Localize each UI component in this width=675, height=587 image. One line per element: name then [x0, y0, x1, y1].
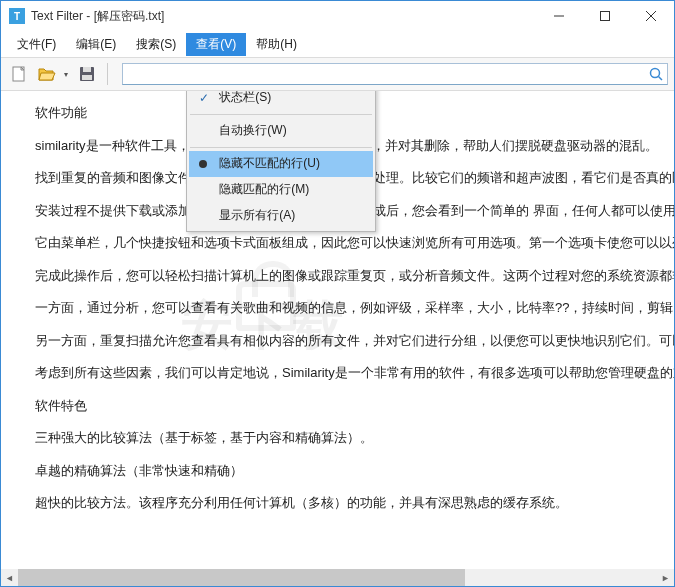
text-line[interactable]: 卓越的精确算法（非常快速和精确） — [9, 455, 666, 488]
close-icon — [646, 11, 656, 21]
menu-separator — [190, 114, 372, 115]
new-file-icon — [11, 66, 27, 82]
close-button[interactable] — [628, 1, 674, 31]
text-line[interactable]: 它由菜单栏，几个快捷按钮和选项卡式面板组成，因此您可以快速浏览所有可用选项。第一… — [9, 227, 666, 260]
menu-edit[interactable]: 编辑(E) — [66, 33, 126, 56]
menu-help[interactable]: 帮助(H) — [246, 33, 307, 56]
search-icon-button[interactable] — [645, 64, 667, 84]
titlebar: T Text Filter - [解压密码.txt] — [1, 1, 674, 31]
toolbar-separator — [107, 63, 108, 85]
menu-file[interactable]: 文件(F) — [7, 33, 66, 56]
menu-item-label: 状态栏(S) — [219, 91, 271, 106]
menu-view[interactable]: 查看(V) — [186, 33, 246, 56]
scroll-track[interactable] — [18, 569, 657, 586]
view-dropdown-menu: ✓ 工具栏(T) ✓ 状态栏(S) 自动换行(W) 隐藏不匹配的行(U) 隐藏匹… — [186, 91, 376, 232]
minimize-icon — [554, 11, 564, 21]
menu-item-label: 隐藏匹配的行(M) — [219, 181, 309, 198]
svg-rect-6 — [83, 67, 91, 72]
text-line[interactable]: 完成此操作后，您可以轻松扫描计算机上的图像或跟踪重复页，或分析音频文件。这两个过… — [9, 260, 666, 293]
text-line[interactable]: 三种强大的比较算法（基于标签，基于内容和精确算法）。 — [9, 422, 666, 455]
save-button[interactable] — [75, 62, 99, 86]
menubar: 文件(F) 编辑(E) 搜索(S) 查看(V) 帮助(H) — [1, 31, 674, 57]
text-line[interactable]: 一方面，通过分析，您可以查看有关歌曲和视频的信息，例如评级，采样率，大小，比特率… — [9, 292, 666, 325]
scroll-thumb[interactable] — [18, 569, 465, 586]
search-icon — [649, 67, 663, 81]
svg-rect-7 — [82, 75, 92, 80]
search-input[interactable] — [123, 64, 645, 84]
scroll-right-arrow[interactable]: ► — [657, 569, 674, 586]
window-controls — [536, 1, 674, 31]
menu-separator — [190, 147, 372, 148]
menu-item-label: 自动换行(W) — [219, 122, 286, 139]
menu-item-label: 隐藏不匹配的行(U) — [219, 155, 320, 172]
text-line[interactable]: 考虑到所有这些因素，我们可以肯定地说，Similarity是一个非常有用的软件，… — [9, 357, 666, 390]
open-folder-icon — [38, 66, 56, 82]
svg-point-8 — [651, 69, 660, 78]
save-icon — [79, 66, 95, 82]
horizontal-scrollbar[interactable]: ◄ ► — [1, 569, 674, 586]
menu-search[interactable]: 搜索(S) — [126, 33, 186, 56]
menu-item-hide-match[interactable]: 隐藏匹配的行(M) — [189, 177, 373, 203]
new-button[interactable] — [7, 62, 31, 86]
maximize-button[interactable] — [582, 1, 628, 31]
text-line[interactable]: 软件特色 — [9, 390, 666, 423]
maximize-icon — [600, 11, 610, 21]
menu-item-statusbar[interactable]: ✓ 状态栏(S) — [189, 91, 373, 111]
window-title: Text Filter - [解压密码.txt] — [31, 8, 536, 25]
content-area: 安下载 软件功能 similarity是一种软件工具，专门用于查找重复的或视频文… — [1, 91, 674, 569]
scroll-left-arrow[interactable]: ◄ — [1, 569, 18, 586]
toolbar: ▾ — [1, 57, 674, 91]
check-icon: ✓ — [195, 91, 213, 105]
minimize-button[interactable] — [536, 1, 582, 31]
svg-line-9 — [659, 77, 663, 81]
radio-icon — [199, 160, 207, 168]
app-icon: T — [9, 8, 25, 24]
menu-item-hide-nomatch[interactable]: 隐藏不匹配的行(U) — [189, 151, 373, 177]
open-dropdown[interactable]: ▾ — [61, 70, 71, 79]
search-box[interactable] — [122, 63, 668, 85]
text-line[interactable]: 另一方面，重复扫描允许您查看具有相似内容的所有文件，并对它们进行分组，以便您可以… — [9, 325, 666, 358]
menu-item-wordwrap[interactable]: 自动换行(W) — [189, 118, 373, 144]
menu-item-label: 显示所有行(A) — [219, 207, 295, 224]
open-button[interactable] — [35, 62, 59, 86]
text-line[interactable]: 超快的比较方法。该程序充分利用任何计算机（多核）的功能，并具有深思熟虑的缓存系统… — [9, 487, 666, 520]
svg-rect-1 — [601, 12, 610, 21]
menu-item-show-all[interactable]: 显示所有行(A) — [189, 203, 373, 229]
